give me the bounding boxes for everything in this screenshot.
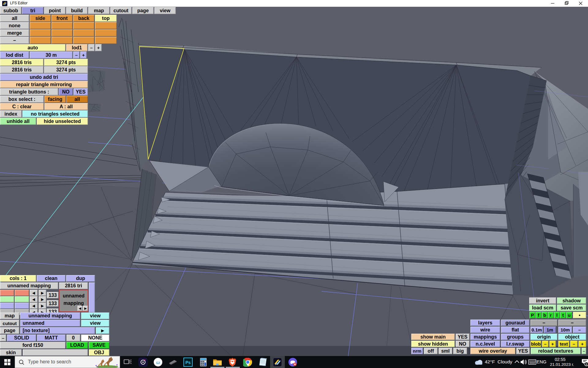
svg-text:Ps: Ps [185,360,190,365]
svg-text:2: 2 [586,362,587,366]
svg-text:ω: ω [156,360,160,365]
